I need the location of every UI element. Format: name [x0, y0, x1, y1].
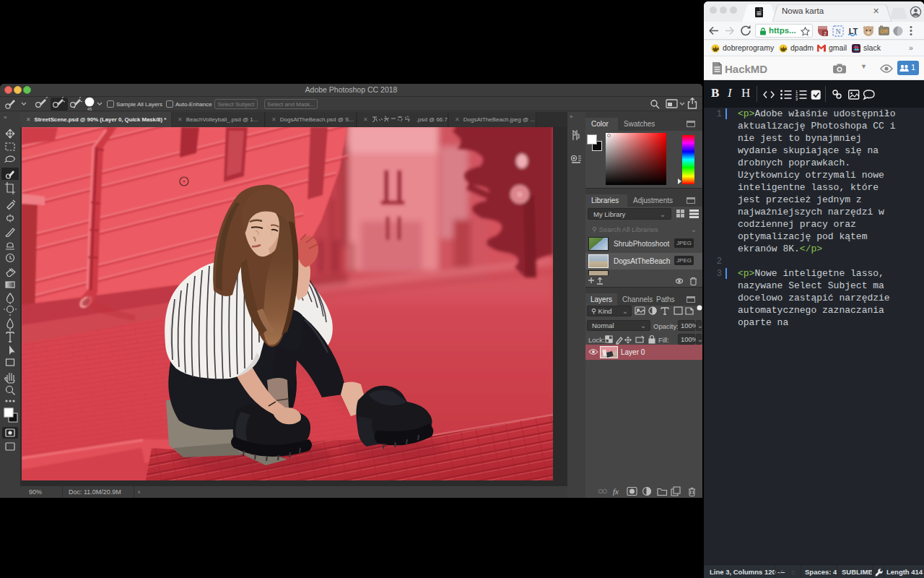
svg-text:Off: Off	[880, 29, 888, 34]
svg-text:»: »	[4, 114, 7, 121]
svg-text:fx: fx	[613, 487, 619, 496]
svg-text:LT: LT	[849, 27, 858, 35]
svg-text:»: »	[570, 113, 573, 120]
svg-text:2: 2	[824, 31, 827, 36]
svg-text:3: 3	[796, 97, 798, 100]
svg-text:N: N	[835, 27, 840, 35]
svg-text:45: 45	[87, 107, 92, 111]
